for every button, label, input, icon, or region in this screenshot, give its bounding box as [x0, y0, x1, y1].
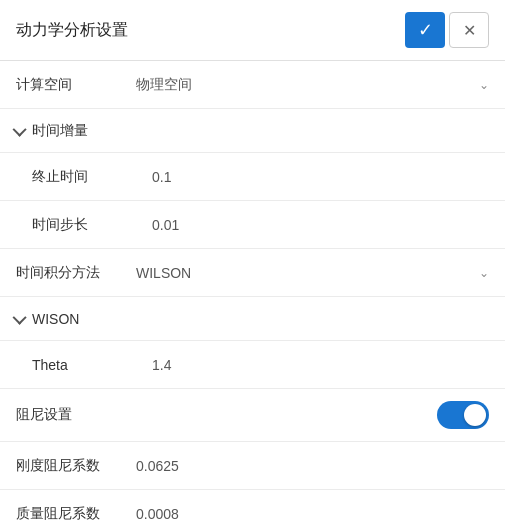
settings-content: 计算空间 物理空间 ⌄ 时间增量 终止时间 0.1 时间步长 0.01 时间积分… [0, 61, 505, 528]
mass-damping-label: 质量阻尼系数 [16, 505, 136, 523]
time-integration-dropdown[interactable]: WILSON ⌄ [136, 265, 489, 281]
wilson-label: WISON [16, 311, 79, 327]
end-time-row: 终止时间 0.1 [0, 153, 505, 201]
compute-space-dropdown[interactable]: 物理空间 ⌄ [136, 76, 489, 94]
end-time-label: 终止时间 [32, 168, 152, 186]
mass-damping-row: 质量阻尼系数 0.0008 [0, 490, 505, 528]
time-integration-value: WILSON [136, 265, 191, 281]
compute-space-label: 计算空间 [16, 76, 136, 94]
confirm-button[interactable]: ✓ [405, 12, 445, 48]
stiffness-damping-label: 刚度阻尼系数 [16, 457, 136, 475]
time-step-row: 时间步长 0.01 [0, 201, 505, 249]
damping-toggle-container [136, 401, 489, 429]
stiffness-damping-row: 刚度阻尼系数 0.0625 [0, 442, 505, 490]
damping-settings-row: 阻尼设置 [0, 389, 505, 442]
theta-label: Theta [32, 357, 152, 373]
close-icon: ✕ [463, 21, 476, 40]
theta-row: Theta 1.4 [0, 341, 505, 389]
mass-damping-value: 0.0008 [136, 506, 489, 522]
time-integration-label: 时间积分方法 [16, 264, 136, 282]
compute-space-row: 计算空间 物理空间 ⌄ [0, 61, 505, 109]
dialog-title: 动力学分析设置 [16, 20, 128, 41]
toggle-thumb [464, 404, 486, 426]
theta-value: 1.4 [152, 357, 489, 373]
chevron-down-icon-2 [13, 310, 27, 324]
header-actions: ✓ ✕ [405, 12, 489, 48]
dropdown-arrow-icon-2: ⌄ [479, 266, 489, 280]
time-step-label: 时间步长 [32, 216, 152, 234]
chevron-down-icon [13, 122, 27, 136]
compute-space-value: 物理空间 [136, 76, 192, 94]
close-button[interactable]: ✕ [449, 12, 489, 48]
stiffness-damping-value: 0.0625 [136, 458, 489, 474]
time-increment-label: 时间增量 [16, 122, 88, 140]
time-step-value: 0.01 [152, 217, 489, 233]
dropdown-arrow-icon: ⌄ [479, 78, 489, 92]
dialog-header: 动力学分析设置 ✓ ✕ [0, 0, 505, 61]
time-increment-section-header[interactable]: 时间增量 [0, 109, 505, 153]
damping-toggle[interactable] [437, 401, 489, 429]
end-time-value: 0.1 [152, 169, 489, 185]
time-integration-row: 时间积分方法 WILSON ⌄ [0, 249, 505, 297]
damping-settings-label: 阻尼设置 [16, 406, 136, 424]
wilson-section-header[interactable]: WISON [0, 297, 505, 341]
checkmark-icon: ✓ [418, 19, 433, 41]
